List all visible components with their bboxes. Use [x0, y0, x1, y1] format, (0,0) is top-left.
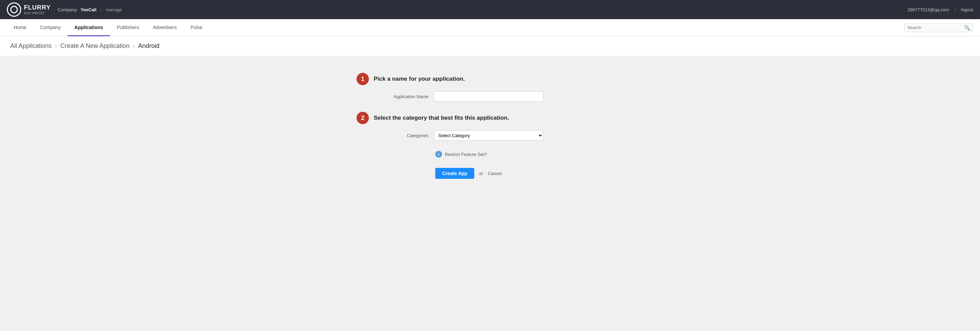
step1-title: Pick a name for your application. [374, 76, 465, 82]
topbar: FLURRY from YAHOO! Company: YeeCall | ma… [0, 0, 980, 19]
restrict-icon: + [435, 151, 442, 158]
step2-badge: 2 [356, 112, 369, 124]
step2-section: 2 Select the category that best fits thi… [356, 112, 624, 141]
topbar-right: 296777513@qq.com | logout [907, 7, 973, 12]
categories-label: Categories [374, 133, 428, 138]
logo-title: FLURRY [24, 4, 51, 11]
nav-item-publishers[interactable]: Publishers [110, 19, 146, 36]
categories-row: Categories Select Category Books Busines… [356, 130, 624, 141]
company-name: YeeCall [81, 7, 97, 12]
topbar-divider: | [100, 7, 102, 12]
step1-header: 1 Pick a name for your application. [356, 73, 624, 85]
nav-item-applications[interactable]: Applications [67, 19, 110, 36]
logo: FLURRY from YAHOO! [7, 2, 51, 17]
topbar-left: FLURRY from YAHOO! Company: YeeCall | ma… [7, 2, 122, 17]
step1-badge: 1 [356, 73, 369, 85]
breadcrumb-current: Android [138, 43, 159, 49]
main-content: 1 Pick a name for your application. Appl… [0, 56, 980, 331]
form-container: 1 Pick a name for your application. Appl… [356, 66, 624, 186]
app-name-label: Application Name [374, 94, 428, 99]
topbar-right-divider: | [955, 7, 955, 12]
company-info: Company: YeeCall | manage [57, 7, 122, 12]
step1-section: 1 Pick a name for your application. Appl… [356, 73, 624, 101]
nav-item-advertisers[interactable]: Advertisers [146, 19, 184, 36]
breadcrumb-create-new[interactable]: Create A New Application [60, 43, 129, 49]
or-cancel-text: or [479, 171, 483, 176]
search-box: 🔍 [904, 23, 973, 32]
action-row: Create App or Cancel [356, 168, 624, 179]
logo-icon [7, 2, 21, 17]
create-app-button[interactable]: Create App [435, 168, 474, 179]
logo-subtitle: from YAHOO! [24, 11, 51, 15]
company-label: Company: [57, 7, 78, 12]
logo-circle-inner [10, 6, 18, 13]
nav-item-pulse[interactable]: Pulse [184, 19, 209, 36]
breadcrumb-all-applications[interactable]: All Applications [10, 43, 52, 49]
nav-links: Home Company Applications Publishers Adv… [7, 19, 209, 36]
app-name-input[interactable] [434, 91, 543, 101]
breadcrumb: All Applications › Create A New Applicat… [0, 36, 980, 56]
cancel-link[interactable]: Cancel [488, 171, 502, 176]
step2-title: Select the category that best fits this … [374, 114, 509, 121]
breadcrumb-chevron-2: › [133, 43, 135, 49]
manage-link[interactable]: manage [106, 7, 122, 12]
navbar: Home Company Applications Publishers Adv… [0, 19, 980, 36]
category-select[interactable]: Select Category Books Business Education… [434, 130, 543, 141]
restrict-row: + Restrict Feature Set? [356, 151, 624, 158]
restrict-label[interactable]: Restrict Feature Set? [445, 152, 487, 157]
search-input[interactable] [907, 25, 962, 30]
logo-text-area: FLURRY from YAHOO! [24, 4, 51, 15]
app-name-row: Application Name [356, 91, 624, 101]
logout-link[interactable]: logout [961, 7, 973, 12]
nav-item-company[interactable]: Company [33, 19, 67, 36]
breadcrumb-chevron-1: › [55, 43, 57, 49]
step2-header: 2 Select the category that best fits thi… [356, 112, 624, 124]
nav-item-home[interactable]: Home [7, 19, 33, 36]
search-icon: 🔍 [964, 25, 970, 30]
user-email: 296777513@qq.com [907, 7, 949, 12]
